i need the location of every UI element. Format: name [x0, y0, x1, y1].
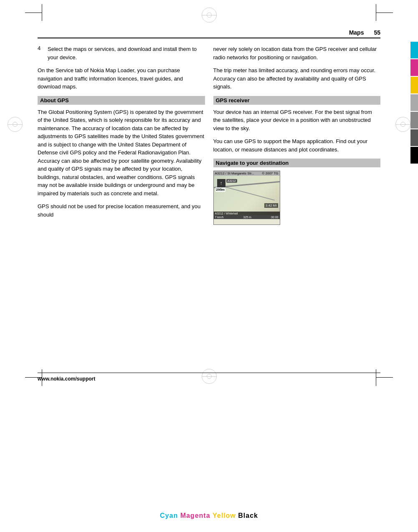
continuation-paragraph: On the Service tab of Nokia Map Loader, …	[38, 66, 205, 91]
gps-receiver-header: GPS receiver	[213, 96, 381, 105]
about-gps-continuation: GPS should not be used for precise locat…	[38, 202, 205, 219]
map-top-bar: A3212 / St Margarets Str... © 2007 TG	[214, 171, 280, 176]
page-footer: www.nokia.com/support	[38, 373, 380, 382]
trip-meter-text: The trip meter has limited accuracy, and…	[213, 66, 381, 91]
page-content: Maps 55 4 Select the maps or services, a…	[38, 29, 380, 382]
cmyk-color-bar: Cyan Magenta Yellow Black	[160, 512, 258, 519]
gps-receiver-body2: You can use GPS to support the Maps appl…	[213, 137, 381, 154]
step-text: Select the maps or services, and downloa…	[48, 45, 205, 61]
step-number: 4	[38, 45, 44, 61]
gps-receiver-body1: Your device has an internal GPS receiver…	[213, 108, 381, 133]
two-column-layout: 4 Select the maps or services, and downl…	[38, 45, 380, 225]
map-dist-bottom: 325 m	[243, 216, 251, 219]
never-rely-text: never rely solely on location data from …	[213, 45, 381, 61]
crop-mark-tl-h	[25, 13, 42, 13]
gray3-tab	[410, 129, 418, 146]
map-info-strip: A3212 / Whitehall	[214, 212, 280, 215]
crop-mark-tr-h	[376, 13, 393, 13]
cmyk-magenta-label: Magenta	[180, 512, 210, 519]
gray1-tab	[410, 94, 418, 111]
left-column: 4 Select the maps or services, and downl…	[38, 45, 205, 225]
right-column: never rely solely on location data from …	[213, 45, 381, 225]
gray2-tab	[410, 112, 418, 129]
map-bottom-bar: 7 km/h 325 m 00:00	[214, 215, 280, 219]
page-header: Maps 55	[38, 29, 380, 38]
map-road-line-2	[219, 185, 275, 201]
map-distance-label: 295m	[215, 187, 225, 192]
page-number: 55	[374, 29, 380, 36]
map-distance-mi: 3.42 MI	[264, 203, 278, 208]
crop-mark-tr-v	[376, 4, 376, 21]
about-gps-body: The Global Positioning System (GPS) is o…	[38, 108, 205, 198]
cyan-tab	[410, 42, 418, 58]
map-speed: 7 km/h	[215, 216, 224, 219]
map-image: A3212 / St Margarets Str... © 2007 TG ↑ …	[213, 171, 280, 225]
crop-mark-tl-v	[42, 4, 42, 21]
reg-circle-top	[202, 8, 217, 23]
cmyk-black-label: Black	[238, 512, 258, 519]
map-body: ↑ 295m A3212 3.42 MI A3212 / Whitehall	[214, 176, 280, 215]
map-street-name: A3212 / St Margarets Str...	[215, 171, 254, 175]
navigate-header: Navigate to your destination	[213, 159, 381, 167]
black-tab	[410, 147, 418, 164]
magenta-tab	[410, 59, 418, 76]
reg-circle-right	[395, 117, 410, 132]
color-tabs	[410, 42, 418, 164]
map-time: 00:00	[271, 216, 279, 219]
map-road-name: A3212 / Whitehall	[215, 212, 238, 215]
map-direction-arrow: ↑	[217, 179, 225, 187]
cmyk-cyan-label: Cyan	[160, 512, 178, 519]
step-4-block: 4 Select the maps or services, and downl…	[38, 45, 205, 61]
about-gps-header: About GPS	[38, 96, 205, 105]
footer-url: www.nokia.com/support	[38, 376, 95, 382]
reg-circle-left	[8, 117, 23, 132]
cmyk-yellow-label: Yellow	[213, 512, 236, 519]
yellow-tab	[410, 77, 418, 93]
map-road-badge: A3212	[226, 179, 237, 183]
header-title: Maps	[349, 29, 364, 36]
map-copyright: © 2007 TG	[262, 171, 278, 175]
